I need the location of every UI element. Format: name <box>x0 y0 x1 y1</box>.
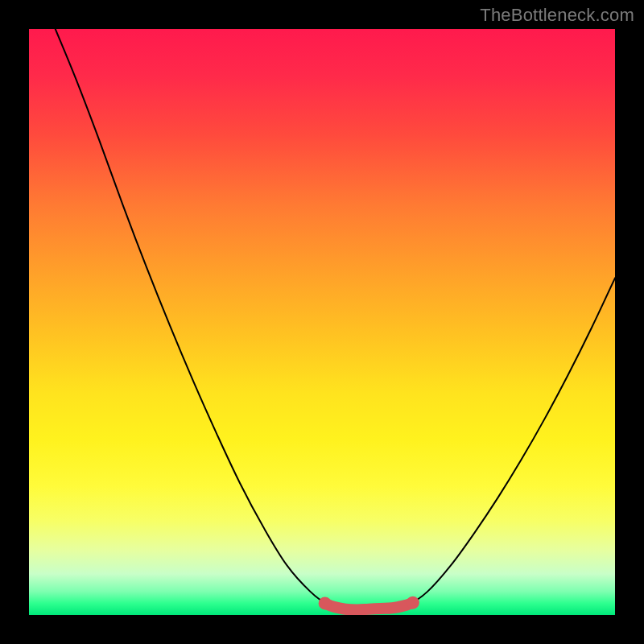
attribution-text: TheBottleneck.com <box>480 5 634 26</box>
bottleneck-chart: TheBottleneck.com <box>0 0 644 644</box>
curves-svg <box>29 29 615 615</box>
bottom-highlight <box>325 603 413 610</box>
bottleneck-curve <box>56 29 615 609</box>
plot-area <box>29 29 615 615</box>
highlight-dot <box>407 597 419 609</box>
highlight-dot <box>319 597 332 609</box>
